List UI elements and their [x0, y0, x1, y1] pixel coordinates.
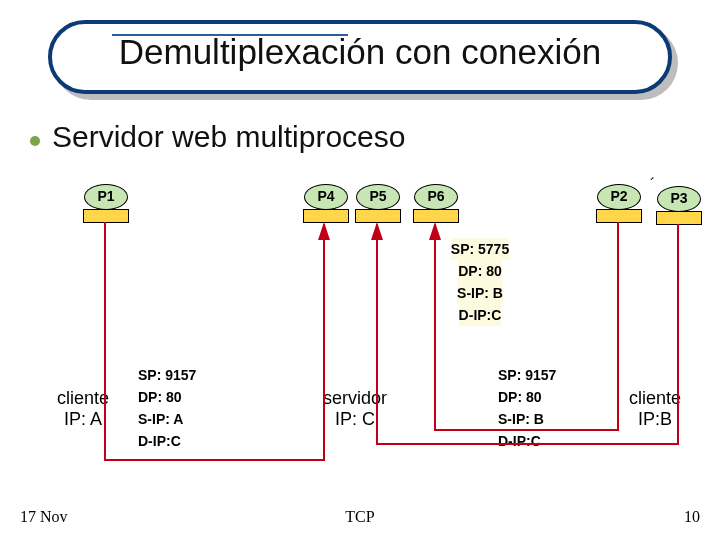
packet-info-b-lower: SP: 9157 DP: 80 S-IP: B D-IP:C	[498, 364, 578, 452]
packet-sp: SP: 5775	[451, 238, 509, 260]
socket-bar-p2	[596, 209, 642, 223]
process-oval-p1: P1	[84, 184, 128, 210]
host-line1: cliente	[57, 388, 109, 408]
socket-bar-p3	[656, 211, 702, 225]
host-line2: IP: C	[335, 409, 375, 429]
socket-bar-p1	[83, 209, 129, 223]
slide-title-box: Demultiplexación con conexión	[48, 20, 672, 94]
host-line2: IP:B	[638, 409, 672, 429]
packet-dp: DP: 80	[498, 386, 542, 408]
diagram-stage: Demultiplexación con conexión Servidor w…	[0, 0, 720, 540]
host-line1: servidor	[323, 388, 387, 408]
packet-dp: DP: 80	[138, 386, 182, 408]
packet-sip: S-IP: B	[498, 408, 544, 430]
packet-sp: SP: 9157	[498, 364, 556, 386]
bullet-text: Servidor web multiproceso	[52, 120, 405, 154]
process-oval-p5: P5	[356, 184, 400, 210]
socket-bar-p4	[303, 209, 349, 223]
packet-dip: D-IP:C	[498, 430, 541, 452]
packet-dip: D-IP:C	[138, 430, 181, 452]
host-line2: IP: A	[64, 409, 102, 429]
host-label-client-a: cliente IP: A	[38, 388, 128, 430]
process-oval-p4: P4	[304, 184, 348, 210]
socket-bar-p6	[413, 209, 459, 223]
packet-info-b-upper: SP: 5775 DP: 80 S-IP: B D-IP:C	[440, 238, 520, 326]
socket-bar-p5	[355, 209, 401, 223]
stray-accent-mark: ´	[650, 176, 655, 194]
bullet-dot-icon	[30, 136, 40, 146]
host-label-server: servidor IP: C	[300, 388, 410, 430]
footer-page-number: 10	[684, 508, 700, 526]
slide-title: Demultiplexación con conexión	[48, 32, 672, 72]
host-label-client-b: cliente IP:B	[610, 388, 700, 430]
process-oval-p6: P6	[414, 184, 458, 210]
packet-info-a: SP: 9157 DP: 80 S-IP: A D-IP:C	[138, 364, 218, 452]
packet-dp: DP: 80	[458, 260, 502, 282]
process-oval-p2: P2	[597, 184, 641, 210]
host-line1: cliente	[629, 388, 681, 408]
process-oval-p3: P3	[657, 186, 701, 212]
packet-sip: S-IP: B	[457, 282, 503, 304]
footer-topic: TCP	[0, 508, 720, 526]
packet-sp: SP: 9157	[138, 364, 196, 386]
packet-sip: S-IP: A	[138, 408, 183, 430]
packet-dip: D-IP:C	[459, 304, 502, 326]
